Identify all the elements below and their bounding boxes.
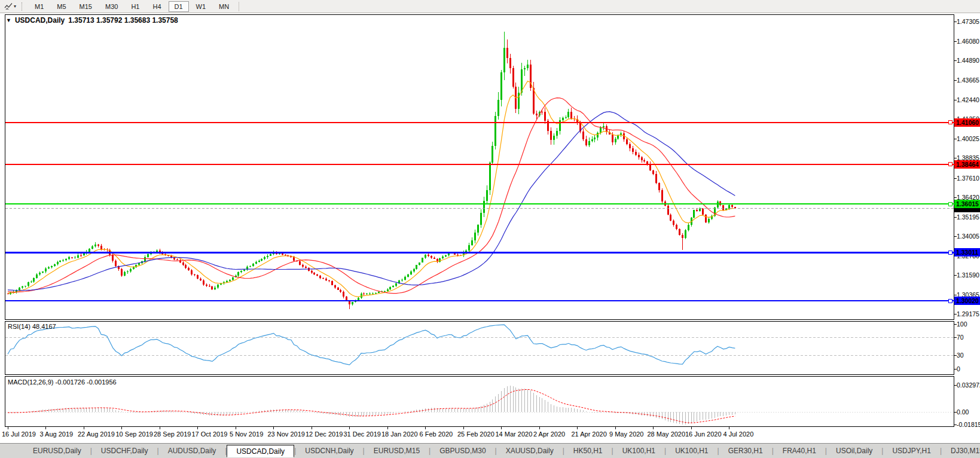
toolbar-separator xyxy=(239,2,239,11)
chart-title: ▼ USDCAD,Daily 1.35713 1.35792 1.35683 1… xyxy=(6,16,178,25)
timeframe-buttons: M1M5M15M30H1H4D1W1MN xyxy=(28,1,236,12)
price-tick-label: 1.34005 xyxy=(957,233,979,240)
price-tick-label: 1.42440 xyxy=(957,96,979,103)
date-label: 16 Jun 2020 xyxy=(685,430,722,438)
date-label: 17 Oct 2019 xyxy=(192,430,228,438)
chart-tab-eurusd-m15[interactable]: EURUSD,M15 xyxy=(365,445,429,457)
date-label: 28 Sep 2019 xyxy=(154,430,191,438)
chart-tab-uk100-h1[interactable]: UK100,H1 xyxy=(613,445,664,457)
rsi-axis-label: 70 xyxy=(957,334,964,341)
date-label: 31 Dec 2019 xyxy=(344,430,381,438)
date-label: 23 Nov 2019 xyxy=(268,430,305,438)
chart-tab-ger30-h1[interactable]: GER30,H1 xyxy=(719,445,772,457)
chart-ohlc-values: 1.35713 1.35792 1.35683 1.35758 xyxy=(68,16,178,25)
timeframe-button-m30[interactable]: M30 xyxy=(99,1,124,12)
date-label: 18 Jan 2020 xyxy=(381,430,418,438)
macd-signal-line xyxy=(8,389,735,423)
line-chart-icon xyxy=(4,2,13,10)
chart-tab-usdcad-daily[interactable]: USDCAD,Daily xyxy=(227,445,294,457)
date-label: 2 Apr 2020 xyxy=(533,430,565,438)
chart-tab-audusd-daily[interactable]: AUDUSD,Daily xyxy=(159,445,225,457)
hline-anchor-marker[interactable] xyxy=(948,163,952,166)
rsi-axis-label: 0 xyxy=(957,365,960,372)
timeframe-button-m15[interactable]: M15 xyxy=(74,1,98,12)
dropdown-caret-icon[interactable]: ▾ xyxy=(14,4,16,9)
timeframe-button-mn[interactable]: MN xyxy=(213,1,235,12)
date-label: 14 Mar 2020 xyxy=(496,430,533,438)
toolbar-grip xyxy=(22,2,25,11)
rsi-axis-label: 30 xyxy=(957,352,964,359)
macd-indicator-label: MACD(12,26,9) -0.001726 -0.001956 xyxy=(8,378,117,386)
rsi-indicator-label: RSI(14) 48.4167 xyxy=(8,323,56,330)
date-label: 16 Jul 2019 xyxy=(2,430,36,438)
price-tick-label: 1.40025 xyxy=(957,135,979,142)
hline-anchor-marker[interactable] xyxy=(948,251,952,254)
moving-average-ema8 xyxy=(8,81,735,297)
price-tick-label: 1.43665 xyxy=(957,77,979,84)
chart-tab-eurusd-daily[interactable]: EURUSD,Daily xyxy=(24,445,90,457)
price-tick-label: 1.47305 xyxy=(957,18,979,25)
timeframe-button-m1[interactable]: M1 xyxy=(29,1,50,12)
timeframes-toolbar: ▾ M1M5M15M30H1H4D1W1MN xyxy=(0,0,980,13)
chart-cursor-tool[interactable]: ▾ xyxy=(0,1,20,13)
date-label: 28 May 2020 xyxy=(648,430,686,438)
price-tick-label: 1.35195 xyxy=(957,213,979,221)
price-tick-label: 1.37610 xyxy=(957,175,979,182)
chart-tab-fra40-h1[interactable]: FRA40,H1 xyxy=(774,445,825,457)
price-tick-label: 1.31590 xyxy=(957,271,979,279)
date-label: 9 May 2020 xyxy=(609,430,643,438)
chart-tabs: EURUSD,Daily|USDCHF,Daily|AUDUSD,Daily|U… xyxy=(24,444,980,458)
price-tick-label: 1.36420 xyxy=(957,194,979,201)
svg-text:1.38464: 1.38464 xyxy=(956,161,979,168)
mt4-terminal-window: ▾ M1M5M15M30H1H4D1W1MN 1.473051.460801.4… xyxy=(0,0,980,458)
svg-text:1.33011: 1.33011 xyxy=(956,249,979,256)
rsi-axis-label: 100 xyxy=(957,320,967,328)
moving-average-sma40 xyxy=(8,112,735,291)
chart-tab-usdchf-daily[interactable]: USDCHF,Daily xyxy=(92,445,157,457)
macd-axis-label: 0.032972 xyxy=(957,381,980,389)
hline-anchor-marker[interactable] xyxy=(948,299,952,303)
price-tick-label: 1.44890 xyxy=(957,57,979,64)
macd-axis-label: 0.00 xyxy=(957,408,969,416)
date-label: 5 Nov 2019 xyxy=(230,430,263,438)
chart-tab-usdjpy-h1[interactable]: USDJPY,H1 xyxy=(883,445,939,457)
main-panel-frame xyxy=(5,15,954,320)
date-label: 6 Feb 2020 xyxy=(420,430,453,438)
timeframe-button-w1[interactable]: W1 xyxy=(190,1,212,12)
macd-panel-frame xyxy=(5,377,954,427)
chart-tab-hk50-h1[interactable]: HK50,H1 xyxy=(564,445,612,457)
svg-text:1.41060: 1.41060 xyxy=(956,119,979,126)
chart-tab-usoil-daily[interactable]: USOil,Daily xyxy=(827,445,881,457)
chart-tab-gbpusd-m30[interactable]: GBPUSD,M30 xyxy=(431,445,494,457)
moving-average-sma22 xyxy=(8,98,735,294)
date-label: 12 Dec 2019 xyxy=(306,430,343,438)
hline-anchor-marker[interactable] xyxy=(948,121,952,124)
price-chart-canvas[interactable]: 1.473051.460801.448901.436651.424401.412… xyxy=(0,13,980,443)
chart-window[interactable]: 1.473051.460801.448901.436651.424401.412… xyxy=(0,13,980,443)
chart-tab-dj30-m15[interactable]: DJ30,M15 xyxy=(942,445,980,457)
chart-tab-usdcnh-daily[interactable]: USDCNH,Daily xyxy=(296,445,362,457)
date-label: 21 Apr 2020 xyxy=(572,430,607,438)
price-tick-label: 1.29175 xyxy=(957,310,979,317)
svg-text:1.36015: 1.36015 xyxy=(956,200,979,207)
macd-histogram xyxy=(8,386,735,425)
macd-axis-label: -0.018154 xyxy=(957,421,980,428)
chart-tab-uk100-h1[interactable]: UK100,H1 xyxy=(666,445,717,457)
chart-tab-xauusd-daily[interactable]: XAUUSD,Daily xyxy=(497,445,563,457)
timeframe-button-h1[interactable]: H1 xyxy=(125,1,145,12)
timeframe-button-h4[interactable]: H4 xyxy=(146,1,167,12)
svg-text:1.30020: 1.30020 xyxy=(956,297,979,304)
price-tick-label: 1.46080 xyxy=(957,38,979,45)
date-label: 22 Aug 2019 xyxy=(78,430,115,438)
date-label: 25 Feb 2020 xyxy=(457,430,494,438)
date-axis xyxy=(8,427,729,429)
date-label: 4 Jul 2020 xyxy=(723,430,754,438)
date-label: 10 Sep 2019 xyxy=(116,430,153,438)
timeframe-button-d1[interactable]: D1 xyxy=(169,1,189,12)
collapse-triangle-icon[interactable]: ▼ xyxy=(6,17,11,23)
rsi-panel-frame xyxy=(5,322,954,375)
hline-anchor-marker[interactable] xyxy=(948,202,952,206)
chart-symbol-label: USDCAD,Daily xyxy=(15,16,65,25)
timeframe-button-m5[interactable]: M5 xyxy=(51,1,72,12)
date-label: 3 Aug 2019 xyxy=(40,430,74,438)
